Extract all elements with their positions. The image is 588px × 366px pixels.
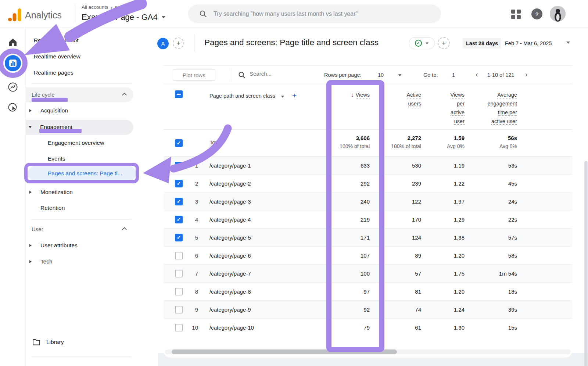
check-circle-icon: ✓	[415, 40, 422, 47]
reports-nav-icon[interactable]	[5, 55, 21, 71]
next-page-icon[interactable]: ›	[525, 70, 528, 79]
row-index: 1	[181, 157, 200, 174]
total-active-users-value: 2,272	[370, 135, 421, 141]
plot-rows-button[interactable]: Plot rows	[173, 69, 215, 81]
vertical-scrollbar-thumb[interactable]	[584, 161, 588, 366]
table-row: 6/category/page-6107891.2058s	[164, 247, 572, 265]
sidebar-item-acquisition[interactable]: Acquisition	[29, 105, 68, 116]
rows-per-page-chevron-icon[interactable]	[398, 74, 402, 76]
row-index: 4	[181, 211, 200, 228]
help-icon[interactable]: ?	[531, 8, 542, 19]
sidebar-section-user[interactable]: User	[32, 224, 43, 234]
breadcrumb-property[interactable]: examplepage	[115, 4, 144, 10]
expand-arrow-icon[interactable]	[29, 191, 32, 194]
sort-descending-icon: ↓	[351, 92, 354, 98]
total-spacer-cell	[517, 130, 572, 156]
table-row: 8/category/page-897811.2018s	[164, 283, 572, 301]
row-index: 5	[181, 229, 200, 246]
horizontal-scrollbar-thumb[interactable]	[172, 349, 397, 354]
date-range-value[interactable]: Feb 7 - Mar 6, 2025	[505, 38, 552, 49]
expand-arrow-icon[interactable]	[29, 244, 32, 247]
sidebar-item-user-attributes[interactable]: User attributes	[29, 240, 78, 251]
engagement-time-value: 58s	[465, 247, 517, 264]
total-checkbox-cell: ✓	[164, 130, 181, 156]
breadcrumb-separator-icon: ›	[111, 4, 112, 10]
engagement-time-value: 24s	[465, 193, 517, 210]
section-label: Life cycle	[32, 92, 55, 98]
sidenav-section-divider	[31, 219, 132, 220]
views-value: 171	[270, 229, 370, 246]
sidebar-item-monetization[interactable]: Monetization	[29, 187, 73, 197]
breadcrumb-account[interactable]: All accounts	[82, 4, 108, 10]
views-per-user-value: 1.19	[421, 157, 465, 174]
row-index: 10	[181, 319, 200, 337]
rows-per-page-value[interactable]: 10	[378, 72, 384, 78]
previous-page-icon[interactable]: ‹	[476, 70, 478, 79]
collapse-chevron-icon[interactable]	[122, 227, 127, 232]
collapse-arrow-icon[interactable]	[29, 126, 32, 128]
views-per-user-value: 1.29	[421, 211, 465, 228]
column-header-avg-engagement-time[interactable]: Averageengagementtime peractive user	[465, 84, 517, 129]
date-range-preset[interactable]: Last 28 days	[463, 38, 501, 49]
views-per-user-value: 1.30	[421, 319, 465, 337]
expand-arrow-icon[interactable]	[29, 109, 32, 112]
header-spacer-cell	[517, 84, 572, 129]
go-to-label: Go to:	[423, 72, 438, 78]
sidebar-item-retention[interactable]: Retention	[40, 203, 65, 213]
report-status-button[interactable]: ✓	[409, 37, 435, 49]
dimension-header[interactable]: Page path and screen class +	[200, 84, 270, 129]
active-users-value: 81	[370, 283, 421, 300]
page-path: /category/page-2	[200, 175, 270, 192]
google-analytics-logo-icon[interactable]	[7, 8, 22, 22]
product-name: Analytics	[25, 8, 62, 22]
workspace-avatar[interactable]: A	[157, 38, 169, 49]
apps-grid-icon[interactable]	[511, 10, 521, 19]
sidebar-item-engagement[interactable]: Engagement	[29, 122, 72, 132]
dimension-chevron-icon[interactable]	[281, 96, 284, 97]
active-users-value: 74	[370, 301, 421, 318]
advertising-icon[interactable]	[8, 103, 18, 113]
row-index: 9	[181, 301, 200, 318]
property-selector[interactable]: Example Page - GA4	[82, 11, 165, 24]
total-label: Total	[200, 130, 270, 156]
add-report-button[interactable]: +	[173, 37, 184, 49]
page-path: /category/page-7	[200, 265, 270, 282]
total-active-users-subtext: 100% of total	[370, 143, 421, 149]
ga4-app: Analytics All accounts › examplepage Exa…	[0, 0, 588, 366]
home-icon[interactable]	[8, 37, 18, 47]
sidebar-item-realtime-pages[interactable]: Realtime pages	[34, 68, 74, 78]
sidebar-item-reports-snapshot[interactable]: Reports snapshot	[34, 35, 79, 46]
sidebar-item-realtime-overview[interactable]: Realtime overview	[34, 51, 80, 62]
sidebar-item-tech[interactable]: Tech	[29, 256, 53, 267]
row-index: 8	[181, 283, 200, 300]
table-row: ✓5/category/page-51711241.3857s	[164, 229, 572, 247]
row-checkbox-cell	[164, 247, 181, 264]
add-comparison-button[interactable]: +	[438, 37, 450, 49]
sidebar-section-life-cycle[interactable]: Life cycle	[32, 89, 55, 100]
go-to-value[interactable]: 1	[452, 72, 455, 78]
table-search-input[interactable]	[250, 71, 312, 77]
top-bar: Analytics All accounts › examplepage Exa…	[0, 0, 588, 28]
page-title: Pages and screens: Page title and screen…	[204, 38, 379, 47]
column-header-active-users[interactable]: Activeusers	[370, 84, 421, 129]
date-range-chevron-icon[interactable]	[566, 42, 570, 44]
sidebar-item-label: Acquisition	[40, 107, 68, 114]
total-views-value: 3,606	[270, 135, 370, 141]
column-header-views-per-active-user[interactable]: Viewsperactiveuser	[421, 84, 465, 129]
page-path: /category/page-8	[200, 283, 270, 300]
expand-arrow-icon[interactable]	[29, 260, 32, 263]
sidebar-item-events[interactable]: Events	[48, 154, 65, 164]
avatar[interactable]	[550, 6, 566, 22]
sidebar-item-engagement-overview[interactable]: Engagement overview	[48, 138, 104, 148]
report-table-card: Plot rows Rows per page: 10 Go to: 1 ‹ 1…	[164, 65, 572, 358]
sidenav-section-divider	[31, 83, 132, 84]
table-search-icon	[238, 71, 245, 79]
sidebar-item-pages-and-screens[interactable]: Pages and screens: Page ti...	[48, 168, 122, 179]
column-header-views[interactable]: ↓Views	[270, 84, 370, 129]
explore-icon[interactable]	[8, 82, 18, 92]
row-checkbox-cell	[164, 301, 181, 318]
global-search-input[interactable]	[214, 11, 419, 17]
page-path: /category/page-1	[200, 157, 270, 174]
active-users-value: 124	[370, 229, 421, 246]
sidebar-item-library[interactable]: Library	[32, 337, 64, 347]
